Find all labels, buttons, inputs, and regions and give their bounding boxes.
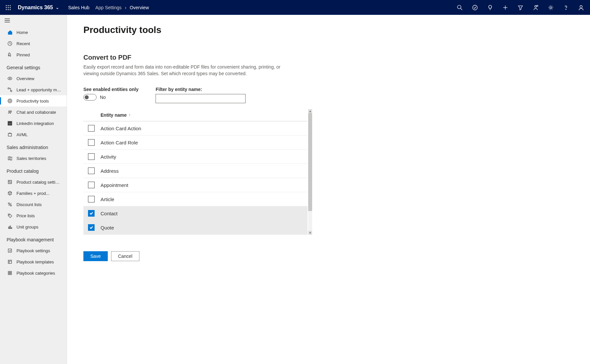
sidebar-item[interactable]: Overview xyxy=(0,73,67,84)
search-icon[interactable] xyxy=(457,5,463,11)
chart-icon xyxy=(7,224,13,229)
brand-label: Dynamics 365 xyxy=(18,5,53,11)
sidebar-item-pinned[interactable]: Pinned xyxy=(0,49,67,60)
svg-point-15 xyxy=(535,5,536,7)
scroll-up-icon[interactable]: ▲ xyxy=(308,109,312,113)
column-header-name[interactable]: Entity name ↑ xyxy=(101,112,303,118)
filter-icon[interactable] xyxy=(517,5,523,11)
sidebar-item[interactable]: Productivity tools xyxy=(0,95,67,106)
breadcrumb-item[interactable]: App Settings xyxy=(95,5,121,10)
svg-point-9 xyxy=(457,5,461,9)
sidebar-item[interactable]: Discount lists xyxy=(0,199,67,210)
sidebar-item[interactable]: inLinkedIn integration xyxy=(0,118,67,129)
hamburger-icon[interactable] xyxy=(0,15,67,27)
svg-point-0 xyxy=(6,5,7,6)
account-icon[interactable] xyxy=(578,5,584,11)
svg-rect-49 xyxy=(8,271,10,273)
task-icon[interactable] xyxy=(472,5,478,11)
breadcrumb: App Settings › Overview xyxy=(95,5,149,10)
svg-rect-35 xyxy=(8,180,12,184)
sidebar-item[interactable]: Chat and collaborate xyxy=(0,106,67,118)
scroll-down-icon[interactable]: ▼ xyxy=(308,231,312,235)
entity-name: Activity xyxy=(101,154,303,160)
svg-point-6 xyxy=(6,9,7,10)
entity-checkbox[interactable] xyxy=(88,153,95,160)
save-button[interactable]: Save xyxy=(83,251,108,261)
entity-checkbox[interactable] xyxy=(88,139,95,146)
breadcrumb-item[interactable]: Overview xyxy=(130,5,149,10)
sidebar-item-label: LinkedIn integration xyxy=(16,121,54,126)
sidebar-item[interactable]: Unit groups xyxy=(0,221,67,232)
svg-point-7 xyxy=(8,9,9,10)
svg-point-8 xyxy=(10,9,11,10)
entity-name: Action Card Role xyxy=(101,140,303,145)
sidebar-item[interactable]: Lead + opportunity ma... xyxy=(0,84,67,95)
table-row: Action Card Action xyxy=(83,121,308,136)
entity-checkbox[interactable] xyxy=(88,210,95,217)
scroll-thumb[interactable] xyxy=(308,113,312,211)
linkedin-icon: in xyxy=(7,121,13,126)
entity-name: Appointment xyxy=(101,182,303,188)
help-icon[interactable] xyxy=(563,5,569,11)
filter-input[interactable] xyxy=(156,94,246,103)
entity-name: Address xyxy=(101,168,303,174)
sidebar-item-home[interactable]: Home xyxy=(0,27,67,38)
entity-checkbox[interactable] xyxy=(88,125,95,132)
sidebar-item-recent[interactable]: Recent xyxy=(0,38,67,49)
add-icon[interactable] xyxy=(502,5,508,11)
sidebar-item-label: Recent xyxy=(16,41,30,46)
sidebar-item-label: Families + prod... xyxy=(16,191,49,196)
sidebar-section-title: Sales administration xyxy=(0,140,67,153)
sidebar-item[interactable]: Product catalog settings xyxy=(0,176,67,188)
sidebar-item[interactable]: AI/ML xyxy=(0,129,67,140)
scrollbar[interactable]: ▲ ▼ xyxy=(308,109,312,235)
main-content: Productivity tools Convert to PDF Easily… xyxy=(67,15,590,364)
page-title: Productivity tools xyxy=(83,25,577,35)
sidebar: HomeRecentPinned General settingsOvervie… xyxy=(0,15,67,364)
entity-checkbox[interactable] xyxy=(88,224,95,231)
sidebar-item-label: Productivity tools xyxy=(16,99,49,104)
svg-line-10 xyxy=(461,8,462,10)
svg-point-38 xyxy=(10,205,12,206)
entity-checkbox[interactable] xyxy=(88,182,95,188)
eye-icon xyxy=(7,76,13,81)
sidebar-item[interactable]: Price lists xyxy=(0,210,67,221)
entity-name: Article xyxy=(101,197,303,202)
svg-rect-43 xyxy=(10,226,11,228)
brand-name[interactable]: Dynamics 365 ⌄ xyxy=(18,5,59,11)
enabled-entities-toggle[interactable] xyxy=(83,94,97,101)
sidebar-item[interactable]: Sales territories xyxy=(0,153,67,164)
entity-name: Action Card Action xyxy=(101,126,303,131)
svg-rect-46 xyxy=(8,260,12,263)
svg-point-28 xyxy=(8,99,12,103)
sidebar-item[interactable]: Playbook settings xyxy=(0,245,67,256)
svg-point-31 xyxy=(10,111,12,112)
svg-point-11 xyxy=(473,5,477,10)
sidebar-item-label: Home xyxy=(16,30,28,35)
svg-point-17 xyxy=(550,7,551,8)
section-description: Easily export record and form data into … xyxy=(83,64,281,77)
map-icon xyxy=(7,156,13,161)
svg-rect-51 xyxy=(8,273,10,275)
sidebar-item-label: Overview xyxy=(16,76,34,81)
sidebar-item[interactable]: Playbook categories xyxy=(0,267,67,279)
catalog-icon xyxy=(7,179,13,185)
sidebar-item[interactable]: Playbook templates xyxy=(0,256,67,267)
pricetag-icon xyxy=(7,213,13,218)
table-row: Quote xyxy=(83,221,308,235)
entity-checkbox[interactable] xyxy=(88,167,95,174)
lightbulb-icon[interactable] xyxy=(487,5,493,11)
app-launcher-icon[interactable] xyxy=(3,5,13,10)
settings-icon[interactable] xyxy=(548,5,554,11)
chevron-down-icon: ⌄ xyxy=(56,5,59,10)
sidebar-item[interactable]: Families + prod... xyxy=(0,188,67,199)
table-row: Contact xyxy=(83,206,308,221)
entity-checkbox[interactable] xyxy=(88,196,95,202)
cube-icon xyxy=(7,191,13,196)
cancel-button[interactable]: Cancel xyxy=(111,251,139,261)
svg-point-30 xyxy=(9,111,10,112)
assistant-icon[interactable] xyxy=(533,5,539,11)
svg-point-26 xyxy=(8,88,9,89)
app-name[interactable]: Sales Hub xyxy=(68,5,90,10)
box-icon xyxy=(7,132,13,137)
